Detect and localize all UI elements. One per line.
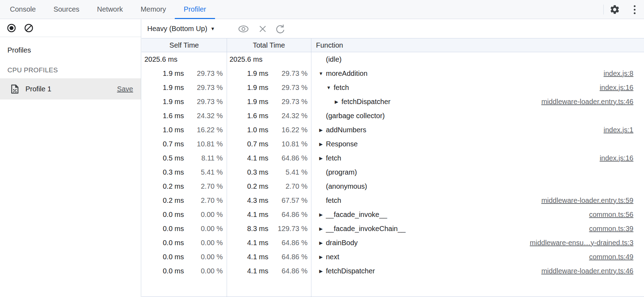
table-row[interactable]: 0.3 ms 5.41 % 0.3 ms 5.41 % (program) <box>142 165 644 179</box>
source-location-link[interactable]: index.js:16 <box>600 154 644 162</box>
tab-network[interactable]: Network <box>88 0 132 19</box>
self-ms-value: 0.0 ms <box>144 253 184 261</box>
total-time-cell: 2025.6 ms <box>227 55 311 63</box>
tree-toggle-icon[interactable]: ▶ <box>318 141 324 147</box>
source-location-link[interactable]: middleware-ensu…y-drained.ts:3 <box>530 239 644 247</box>
table-row[interactable]: 2025.6 ms 2025.6 ms (idle) <box>142 52 644 66</box>
total-time-cell: 8.3 ms 129.73 % <box>227 225 311 233</box>
total-pct-value: 29.73 % <box>268 84 311 92</box>
table-row[interactable]: 1.6 ms 24.32 % 1.6 ms 24.32 % (garbage c… <box>142 109 644 123</box>
table-row[interactable]: 0.2 ms 2.70 % 4.3 ms 67.57 % fetch middl… <box>142 193 644 207</box>
tree-toggle-icon[interactable]: ▼ <box>318 71 324 76</box>
table-row[interactable]: 1.0 ms 16.22 % 1.0 ms 16.22 % ▶ addNumbe… <box>142 123 644 137</box>
tree-toggle-icon[interactable]: ▶ <box>318 212 324 217</box>
tab-console[interactable]: Console <box>1 0 44 19</box>
table-row[interactable]: 0.0 ms 0.00 % 4.1 ms 64.86 % ▶ __facade_… <box>142 207 644 222</box>
tree-toggle-icon[interactable]: ▶ <box>318 226 324 231</box>
tab-label: Sources <box>53 5 79 13</box>
tab-sources[interactable]: Sources <box>44 0 88 19</box>
source-location-link[interactable]: common.ts:56 <box>589 211 644 219</box>
source-location-link[interactable]: index.js:16 <box>600 84 644 92</box>
clear-profiles-button[interactable] <box>24 23 34 33</box>
tree-toggle-icon[interactable]: ▶ <box>334 99 339 104</box>
source-location-link[interactable]: middleware-loader.entry.ts:46 <box>541 98 644 106</box>
self-ms-value: 1.6 ms <box>144 112 184 120</box>
profiler-view-toolbar: Heavy (Bottom Up) ▼ <box>142 19 644 38</box>
table-row[interactable]: 0.0 ms 0.00 % 4.1 ms 64.86 % ▶ fetchDisp… <box>142 264 644 278</box>
self-pct-value: 0.00 % <box>184 239 227 247</box>
source-location-link[interactable]: index.js:1 <box>604 126 644 134</box>
total-ms-value: 4.1 ms <box>229 239 268 247</box>
self-time-cell: 1.9 ms 29.73 % <box>142 98 227 106</box>
total-time-cell: 0.7 ms 10.81 % <box>227 140 311 148</box>
tab-profiler[interactable]: Profiler <box>175 0 215 19</box>
table-row[interactable]: 0.7 ms 10.81 % 0.7 ms 10.81 % ▶ Response <box>142 137 644 151</box>
self-time-cell: 0.2 ms 2.70 % <box>142 196 227 205</box>
restore-functions-button[interactable] <box>275 24 285 34</box>
total-ms-value: 0.2 ms <box>229 182 268 190</box>
column-header-function[interactable]: Function <box>311 38 644 52</box>
function-name: addNumbers <box>326 126 366 134</box>
panel-tabs: ConsoleSourcesNetworkMemoryProfiler <box>1 0 215 19</box>
focus-function-button[interactable] <box>238 25 249 33</box>
save-profile-link[interactable]: Save <box>117 85 133 93</box>
self-ms-value: 0.0 ms <box>144 267 184 275</box>
tree-toggle-icon[interactable]: ▶ <box>318 156 324 161</box>
self-pct-value: 2.70 % <box>184 182 227 190</box>
view-mode-dropdown[interactable]: Heavy (Bottom Up) ▼ <box>147 19 215 38</box>
total-time-cell: 0.3 ms 5.41 % <box>227 168 311 176</box>
source-location-link[interactable]: middleware-loader.entry.ts:59 <box>541 196 644 205</box>
more-options-button[interactable] <box>630 4 639 15</box>
tab-memory[interactable]: Memory <box>132 0 175 19</box>
settings-button[interactable] <box>609 4 620 15</box>
source-location-link[interactable]: common.ts:49 <box>589 253 644 261</box>
self-pct-value: 29.73 % <box>184 69 227 78</box>
total-pct-value: 16.22 % <box>268 126 311 134</box>
chevron-down-icon: ▼ <box>210 26 215 31</box>
function-name: (program) <box>326 168 357 176</box>
total-time-cell: 4.1 ms 64.86 % <box>227 253 311 261</box>
function-name: __facade_invokeChain__ <box>326 225 406 233</box>
source-location-link[interactable]: common.ts:39 <box>589 225 644 233</box>
total-time-cell: 1.6 ms 24.32 % <box>227 112 311 120</box>
table-row[interactable]: 1.9 ms 29.73 % 1.9 ms 29.73 % ▶ fetchDis… <box>142 95 644 109</box>
table-row[interactable]: 0.0 ms 0.00 % 4.1 ms 64.86 % ▶ drainBody… <box>142 236 644 250</box>
source-location-link[interactable]: index.js:8 <box>604 69 644 78</box>
function-name: __facade_invoke__ <box>326 211 387 219</box>
tree-toggle-icon[interactable]: ▶ <box>318 127 324 133</box>
table-row[interactable]: 0.0 ms 0.00 % 4.1 ms 64.86 % ▶ next comm… <box>142 250 644 264</box>
exclude-function-button[interactable] <box>258 25 267 33</box>
table-row[interactable]: 1.9 ms 29.73 % 1.9 ms 29.73 % ▼ moreAddi… <box>142 66 644 80</box>
source-location-link[interactable]: middleware-loader.entry.ts:46 <box>541 267 644 275</box>
table-row[interactable]: 0.2 ms 2.70 % 0.2 ms 2.70 % (anonymous) <box>142 179 644 193</box>
tree-toggle-icon[interactable]: ▼ <box>326 85 332 90</box>
self-ms-value: 1.9 ms <box>144 69 184 78</box>
total-pct-value: 129.73 % <box>268 225 311 233</box>
self-pct-value: 0.00 % <box>184 267 227 275</box>
total-pct-value: 67.57 % <box>268 196 311 205</box>
self-pct-value: 29.73 % <box>184 84 227 92</box>
function-cell: ▶ fetch index.js:16 <box>311 154 644 162</box>
profiles-title: Profiles <box>0 37 141 54</box>
sidebar-item-profile-1[interactable]: Profile 1 Save <box>0 78 141 99</box>
profiles-sidebar: Profiles CPU PROFILES Profile 1 Save <box>0 37 141 297</box>
table-row[interactable]: 0.5 ms 8.11 % 4.1 ms 64.86 % ▶ fetch ind… <box>142 151 644 165</box>
toolbar-divider <box>603 5 604 14</box>
function-name: fetchDispatcher <box>326 267 375 275</box>
self-pct-value: 29.73 % <box>184 98 227 106</box>
column-header-total-time[interactable]: Total Time <box>227 38 311 52</box>
self-pct-value: 5.41 % <box>184 168 227 176</box>
self-time-cell: 1.0 ms 16.22 % <box>142 126 227 134</box>
total-time-cell: 4.3 ms 67.57 % <box>227 196 311 205</box>
column-header-self-time[interactable]: Self Time <box>142 38 227 52</box>
table-row[interactable]: 0.0 ms 0.00 % 8.3 ms 129.73 % ▶ __facade… <box>142 222 644 236</box>
tree-toggle-icon[interactable]: ▶ <box>318 254 324 260</box>
record-profile-button[interactable] <box>7 23 16 33</box>
function-cell: ▶ __facade_invokeChain__ common.ts:39 <box>311 225 644 233</box>
tree-toggle-icon[interactable]: ▶ <box>318 240 324 246</box>
table-row[interactable]: 1.9 ms 29.73 % 1.9 ms 29.73 % ▼ fetch in… <box>142 80 644 95</box>
profiler-record-toolbar <box>0 19 141 37</box>
total-time-cell: 4.1 ms 64.86 % <box>227 239 311 247</box>
tree-toggle-icon[interactable]: ▶ <box>318 268 324 274</box>
self-time-cell: 1.6 ms 24.32 % <box>142 112 227 120</box>
